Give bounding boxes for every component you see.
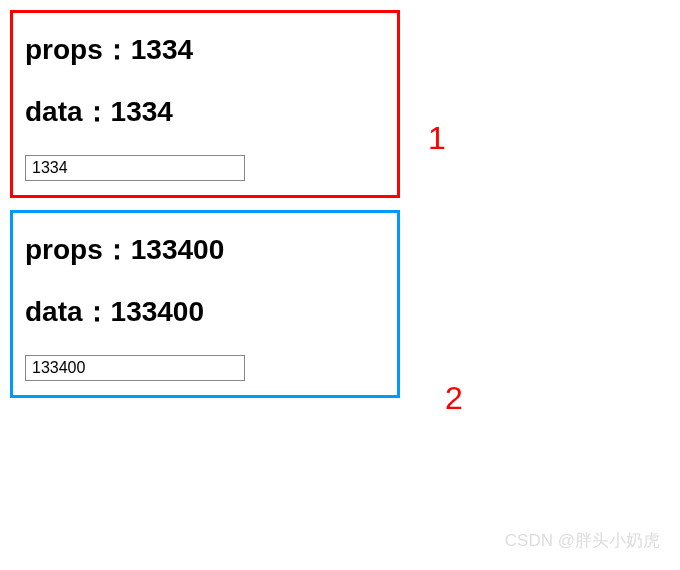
annotation-2: 2 [445,380,463,417]
props-value: 1334 [131,34,193,65]
input-1[interactable] [25,155,245,181]
annotation-1: 1 [428,120,446,157]
input-2[interactable] [25,355,245,381]
box-2: props：133400 data：133400 [10,210,400,398]
box-1: props：1334 data：1334 [10,10,400,198]
data-line-2: data：133400 [25,293,385,331]
props-value: 133400 [131,234,224,265]
watermark: CSDN @胖头小奶虎 [505,529,660,552]
props-line-1: props：1334 [25,31,385,69]
props-label: props： [25,34,131,65]
data-value: 133400 [111,296,204,327]
data-line-1: data：1334 [25,93,385,131]
data-value: 1334 [111,96,173,127]
props-label: props： [25,234,131,265]
props-line-2: props：133400 [25,231,385,269]
data-label: data： [25,296,111,327]
data-label: data： [25,96,111,127]
